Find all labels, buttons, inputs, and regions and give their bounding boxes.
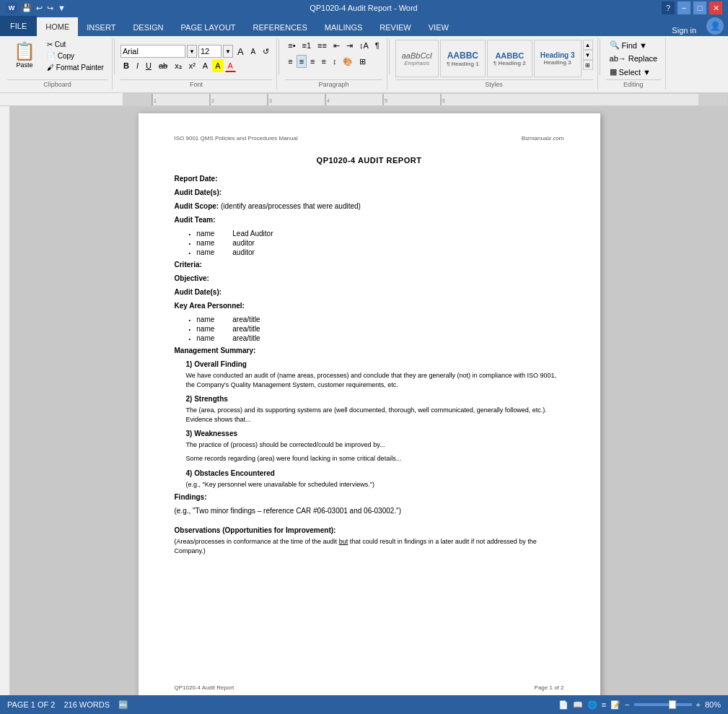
ruler: 1 2 3 4 5 6 <box>0 93 728 106</box>
tab-insert[interactable]: INSERT <box>78 19 124 36</box>
replace-btn[interactable]: ab→ Replace <box>606 53 662 64</box>
tab-page-layout[interactable]: PAGE LAYOUT <box>172 19 245 36</box>
section-2-heading: 2) Strengths <box>186 395 564 403</box>
ribbon-tabs: FILE HOME INSERT DESIGN PAGE LAYOUT REFE… <box>0 16 728 36</box>
font-name-input[interactable] <box>120 45 185 58</box>
user-icon: 👤 <box>706 17 724 35</box>
svg-text:1: 1 <box>154 98 157 103</box>
styles-expand[interactable]: ⊞ <box>583 60 593 70</box>
copy-button[interactable]: 📄 Copy <box>43 51 108 61</box>
font-color-btn[interactable]: A <box>225 59 236 72</box>
key-area-member-2: • name area/title <box>189 325 564 333</box>
multilevel-btn[interactable]: ≡≡ <box>315 39 330 52</box>
subscript-btn[interactable]: x₂ <box>172 59 185 72</box>
zoom-slider[interactable] <box>634 703 692 706</box>
tab-design[interactable]: DESIGN <box>124 19 172 36</box>
quick-save[interactable]: 💾 <box>22 4 32 13</box>
audit-team-field: Audit Team: <box>175 216 564 224</box>
editing-group: 🔍 Find ▼ ab→ Replace ▦ Select ▼ Editing <box>602 38 667 90</box>
line-spacing-btn[interactable]: ↕ <box>330 55 340 68</box>
style-heading3[interactable]: Heading 3 Heading 3 <box>534 40 582 77</box>
window-title: QP1020-4 Audit Report - Word <box>66 4 662 12</box>
tab-review[interactable]: REVIEW <box>371 19 419 36</box>
key-area-member-3: • name area/title <box>189 334 564 342</box>
view-outline-btn[interactable]: ≡ <box>602 700 606 709</box>
strikethrough-btn[interactable]: ab <box>156 59 170 72</box>
zoom-in-btn[interactable]: + <box>696 700 701 709</box>
close-btn[interactable]: ✕ <box>709 1 722 14</box>
scroll-area[interactable]: ISO 9001 QMS Policies and Procedures Man… <box>10 106 728 702</box>
paste-button[interactable]: 📋 Paste <box>7 39 42 78</box>
show-para-btn[interactable]: ¶ <box>372 39 382 52</box>
italic-btn[interactable]: I <box>133 59 141 72</box>
view-web-btn[interactable]: 🌐 <box>587 700 597 710</box>
styles-scroll-down[interactable]: ▼ <box>583 50 593 60</box>
editing-label: Editing <box>606 79 662 88</box>
bold-btn[interactable]: B <box>120 59 132 72</box>
borders-btn[interactable]: ⊞ <box>356 55 369 68</box>
view-print-btn[interactable]: 📄 <box>558 700 569 710</box>
grow-font-btn[interactable]: A <box>234 45 247 58</box>
styles-group: aaBbCcI Emphasis AABBC ¶ Heading 1 AABBC… <box>391 38 598 90</box>
zoom-out-btn[interactable]: − <box>625 700 629 709</box>
text-effects-btn[interactable]: A <box>200 59 211 72</box>
page-indicator: PAGE 1 OF 2 <box>7 700 55 710</box>
management-summary-field: Management Summary: <box>175 347 564 354</box>
shading-btn[interactable]: 🎨 <box>340 55 356 68</box>
tab-home[interactable]: HOME <box>37 17 78 36</box>
help-btn[interactable]: ? <box>662 1 675 14</box>
align-center-btn[interactable]: ≡ <box>297 55 307 68</box>
cut-button[interactable]: ✂ Cut <box>43 39 108 50</box>
section-4-heading: 4) Obstacles Encountered <box>186 469 564 477</box>
justify-btn[interactable]: ≡ <box>319 55 329 68</box>
format-painter-button[interactable]: 🖌 Format Painter <box>43 62 108 73</box>
style-heading1[interactable]: AABBC ¶ Heading 1 <box>440 40 486 77</box>
increase-indent-btn[interactable]: ⇥ <box>343 39 356 52</box>
report-date-field: Report Date: <box>175 175 564 183</box>
align-right-btn[interactable]: ≡ <box>307 55 317 68</box>
style-heading2[interactable]: AABBC ¶ Heading 2 <box>487 40 532 77</box>
find-btn[interactable]: 🔍 Find ▼ <box>606 39 662 51</box>
underline-btn[interactable]: U <box>143 59 154 72</box>
quick-customize[interactable]: ▼ <box>58 4 66 12</box>
select-btn[interactable]: ▦ Select ▼ <box>606 66 662 78</box>
numbering-btn[interactable]: ≡1 <box>299 39 315 52</box>
key-area-label: Key Area Personnel: <box>175 302 245 310</box>
section-3-body2: Some records regarding (area) were found… <box>186 454 564 463</box>
font-name-dropdown[interactable]: ▼ <box>187 45 197 58</box>
styles-label: Styles <box>395 79 593 88</box>
superscript-btn[interactable]: x² <box>186 59 198 72</box>
quick-redo[interactable]: ↪ <box>47 4 53 13</box>
status-bar: PAGE 1 OF 2 216 WORDS 🔤 📄 📖 🌐 ≡ 📝 − + 80… <box>0 695 728 714</box>
maximize-btn[interactable]: □ <box>693 1 706 14</box>
section-1-heading: 1) Overall Finding <box>186 360 564 368</box>
font-label: Font <box>120 79 272 88</box>
tab-view[interactable]: VIEW <box>420 19 457 36</box>
sign-in-btn[interactable]: Sign in <box>666 25 702 36</box>
view-read-btn[interactable]: 📖 <box>573 700 583 710</box>
tab-file[interactable]: FILE <box>0 16 37 36</box>
sep2 <box>279 39 279 75</box>
tab-references[interactable]: REFERENCES <box>245 19 316 36</box>
vertical-ruler <box>0 106 10 702</box>
minimize-btn[interactable]: − <box>677 1 690 14</box>
decrease-indent-btn[interactable]: ⇤ <box>330 39 343 52</box>
view-draft-btn[interactable]: 📝 <box>610 700 620 710</box>
tab-mailings[interactable]: MAILINGS <box>316 19 372 36</box>
quick-undo[interactable]: ↩ <box>36 4 43 13</box>
align-left-btn[interactable]: ≡ <box>285 55 295 68</box>
bullets-btn[interactable]: ≡• <box>285 39 298 52</box>
font-size-input[interactable] <box>198 45 222 58</box>
styles-scroll-up[interactable]: ▲ <box>583 40 593 50</box>
font-size-dropdown[interactable]: ▼ <box>223 45 233 58</box>
audit-scope-label: Audit Scope: <box>175 202 219 210</box>
style-emphasis[interactable]: aaBbCcI Emphasis <box>395 40 439 77</box>
clear-format-btn[interactable]: ↺ <box>260 45 272 58</box>
clipboard-group: 📋 Paste ✂ Cut 📄 Copy 🖌 Format Painter Cl… <box>3 38 113 90</box>
audit-dates2-label: Audit Date(s): <box>175 288 222 296</box>
shrink-font-btn[interactable]: A <box>248 45 259 58</box>
highlight-btn[interactable]: A <box>212 59 223 72</box>
section-3-heading: 3) Weaknesses <box>186 430 564 437</box>
sort-btn[interactable]: ↕A <box>356 39 372 52</box>
find-icon: 🔍 <box>610 40 620 50</box>
